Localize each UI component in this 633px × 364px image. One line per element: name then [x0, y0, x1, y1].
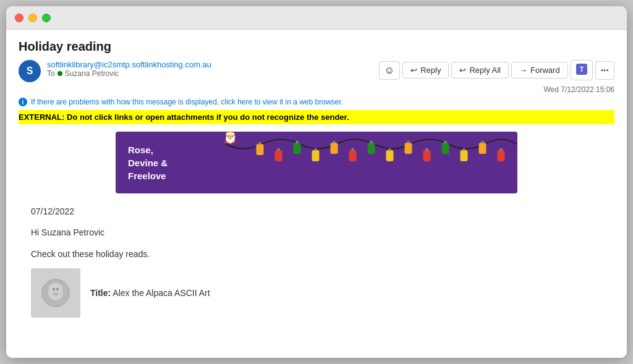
svg-rect-18	[389, 148, 391, 151]
to-label: To	[47, 69, 55, 78]
title-bar	[6, 6, 627, 30]
sender-to: To Suzana Petrovic	[47, 69, 211, 78]
svg-rect-27	[479, 143, 486, 154]
forward-icon: →	[519, 66, 527, 75]
svg-rect-16	[370, 141, 373, 143]
forward-label: Forward	[530, 66, 560, 75]
svg-rect-26	[463, 148, 465, 151]
info-icon: i	[19, 98, 27, 106]
close-button[interactable]	[15, 14, 23, 22]
svg-rect-8	[296, 141, 299, 143]
svg-rect-14	[352, 148, 354, 151]
alpaca-image	[37, 274, 74, 311]
svg-rect-21	[423, 150, 431, 161]
email-container: Holiday reading S softlinklibrary@ic2smt…	[6, 30, 627, 358]
reply-icon: ↩	[410, 66, 417, 75]
svg-point-34	[56, 284, 62, 292]
svg-point-37	[53, 292, 59, 296]
svg-rect-6	[278, 148, 280, 151]
email-window: Holiday reading S softlinklibrary@ic2smt…	[6, 6, 627, 358]
reply-label: Reply	[420, 66, 441, 75]
external-warning: EXTERNAL: Do not click links or open att…	[19, 110, 614, 124]
svg-rect-15	[368, 143, 375, 154]
svg-point-36	[56, 288, 59, 290]
svg-rect-25	[461, 150, 468, 161]
svg-rect-29	[498, 150, 505, 161]
sender-info: softlinklibrary@ic2smtp.softlinkhosting.…	[47, 60, 211, 78]
action-buttons: ☺ ↩ Reply ↩ Reply All → Forward	[379, 60, 614, 80]
svg-rect-13	[349, 150, 357, 161]
sender-email: softlinklibrary@ic2smtp.softlinkhosting.…	[47, 60, 211, 69]
email-header: S softlinklibrary@ic2smtp.softlinkhostin…	[19, 60, 614, 94]
christmas-lights: 🎅	[224, 132, 517, 193]
online-indicator	[57, 71, 62, 76]
email-greeting: Hi Suzana Petrovic	[31, 226, 602, 239]
email-subject: Holiday reading	[19, 40, 614, 54]
svg-rect-17	[386, 150, 394, 161]
more-options-button[interactable]: ···	[595, 61, 614, 80]
sender-section: S softlinklibrary@ic2smtp.softlinkhostin…	[19, 60, 211, 82]
book-title-value: Alex the Alpaca ASCII Art	[113, 288, 210, 298]
email-body-text: Check out these holiday reads.	[31, 247, 602, 261]
forward-button[interactable]: → Forward	[511, 62, 568, 78]
svg-rect-12	[333, 141, 336, 143]
book-title: Title: Alex the Alpaca ASCII Art	[90, 286, 210, 300]
svg-rect-24	[444, 141, 447, 143]
book-thumbnail	[31, 268, 80, 318]
info-text: If there are problems with how this mess…	[31, 98, 343, 106]
company-name: Rose,Devine &Freelove	[116, 133, 180, 192]
svg-rect-19	[405, 143, 412, 154]
svg-rect-7	[294, 143, 301, 154]
maximize-button[interactable]	[42, 14, 51, 22]
header-right: ☺ ↩ Reply ↩ Reply All → Forward	[379, 60, 614, 94]
svg-rect-9	[312, 150, 320, 161]
svg-rect-28	[482, 141, 484, 143]
svg-rect-30	[500, 148, 503, 151]
svg-rect-10	[315, 148, 317, 151]
minimize-button[interactable]	[28, 14, 37, 22]
teams-icon: T	[576, 64, 587, 75]
svg-rect-23	[442, 143, 449, 154]
emoji-button[interactable]: ☺	[379, 61, 400, 80]
svg-point-35	[53, 288, 55, 290]
svg-text:🎅: 🎅	[224, 132, 238, 144]
sender-avatar: S	[19, 60, 41, 82]
header-banner: Rose,Devine &Freelove 🎅	[116, 132, 517, 193]
reply-all-label: Reply All	[469, 66, 501, 75]
email-content: 07/12/2022 Hi Suzana Petrovic Check out …	[19, 205, 614, 318]
svg-text:T: T	[580, 66, 584, 73]
recipient-name: Suzana Petrovic	[65, 69, 119, 78]
email-date-text: 07/12/2022	[31, 205, 602, 218]
info-banner[interactable]: i If there are problems with how this me…	[19, 98, 614, 106]
reply-all-button[interactable]: ↩ Reply All	[451, 62, 509, 78]
reply-all-icon: ↩	[459, 66, 466, 75]
svg-rect-11	[331, 143, 338, 154]
svg-rect-20	[407, 141, 410, 143]
email-date: Wed 7/12/2022 15:06	[543, 85, 614, 94]
book-title-label: Title:	[90, 288, 111, 298]
teams-button[interactable]: T	[571, 60, 593, 80]
svg-rect-4	[259, 142, 261, 145]
svg-rect-5	[275, 150, 283, 161]
reply-button[interactable]: ↩ Reply	[402, 62, 449, 78]
traffic-lights	[15, 14, 51, 22]
svg-rect-3	[257, 144, 264, 155]
book-item: Title: Alex the Alpaca ASCII Art	[31, 268, 602, 318]
email-body: Rose,Devine &Freelove 🎅	[19, 132, 614, 348]
svg-point-33	[49, 284, 55, 292]
svg-rect-22	[426, 148, 428, 151]
